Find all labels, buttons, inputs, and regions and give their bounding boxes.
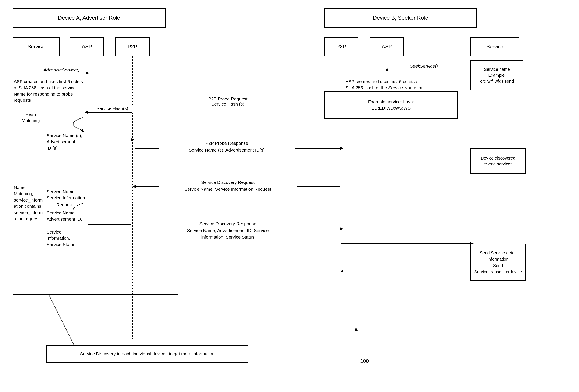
service-hash-label: Service Hash(s) [91, 106, 134, 111]
service-info-status-label: ServiceInformation,Service Status [47, 229, 93, 248]
svg-marker-18 [80, 129, 84, 132]
service-name-example-box: Service nameExample:org.wifi.wfds.send [470, 60, 523, 90]
p2p-a-box: P2P [116, 37, 149, 56]
service-name-adv-id-label: Service Name (s),AdvertisementID (s) [47, 132, 100, 151]
service-discovery-response-label: Service Discovery ResponseService Name, … [159, 220, 297, 241]
asp-a-box: ASP [70, 37, 104, 56]
service-discovery-request-label: Service Discovery RequestService Name, S… [159, 179, 297, 193]
service-b-box: Service [470, 37, 519, 56]
service-name-adv-in-box-label: Service Name,Advertisement ID, [47, 210, 97, 222]
service-name-info-left-label: Service Name,Service Information [47, 189, 93, 201]
hash-matching-label: HashMatching [14, 111, 48, 124]
seek-service-label: SeekService() [398, 64, 449, 69]
svg-marker-35 [340, 227, 343, 230]
service-discovery-note-box: Service Discovery to each individual dev… [47, 345, 248, 362]
p2p-probe-request-label: P2P Probe Request Service Hash (s) [159, 96, 297, 107]
asp-creates-a-label: ASP creates and uses first 6 octets of S… [14, 78, 86, 103]
figure-number-label: 100 [360, 358, 369, 364]
diagram-container: Device A, Advertiser Role Device B, Seek… [0, 0, 579, 392]
svg-marker-15 [86, 72, 89, 74]
svg-marker-26 [340, 147, 343, 150]
example-hash-box: Example service: hash:"ED:ED:WD:WS:WS" [324, 91, 458, 119]
request-label: Request [52, 202, 77, 207]
asp-b-box: ASP [370, 37, 404, 56]
svg-line-42 [49, 295, 74, 345]
device-a-header: Device A, Advertiser Role [13, 8, 165, 28]
svg-marker-40 [340, 270, 343, 273]
service-a-box: Service [13, 37, 59, 56]
svg-marker-20 [131, 138, 135, 141]
p2p-b-box: P2P [324, 37, 358, 56]
send-service-detail-box: Send Service detailinformationSendServic… [470, 244, 526, 281]
advertise-service-label: AdvertiseService() [38, 67, 85, 72]
device-b-header: Device B, Seeker Role [324, 8, 477, 28]
svg-marker-31 [133, 185, 136, 188]
svg-marker-24 [385, 68, 388, 71]
p2p-probe-response-label: P2P Probe ResponseService Name (s), Adve… [159, 140, 294, 153]
device-discovered-box: Device discovered"Send service" [470, 148, 526, 174]
svg-marker-45 [355, 327, 358, 330]
svg-marker-17 [85, 111, 88, 114]
